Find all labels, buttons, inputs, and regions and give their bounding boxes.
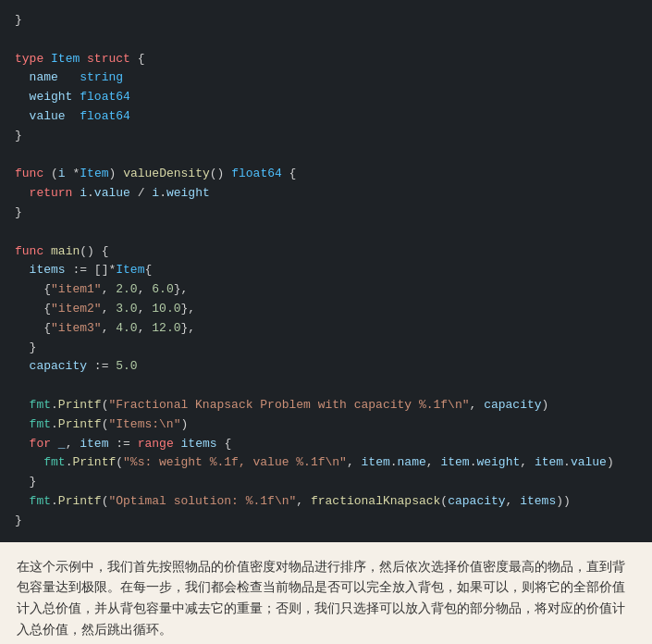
description-panel: 在这个示例中，我们首先按照物品的价值密度对物品进行排序，然后依次选择价值密度最高… bbox=[0, 542, 652, 644]
code-editor: } type Item struct { name string weight … bbox=[0, 0, 652, 542]
description-text: 在这个示例中，我们首先按照物品的价值密度对物品进行排序，然后依次选择价值密度最高… bbox=[17, 557, 635, 642]
code-content: } type Item struct { name string weight … bbox=[15, 11, 637, 531]
